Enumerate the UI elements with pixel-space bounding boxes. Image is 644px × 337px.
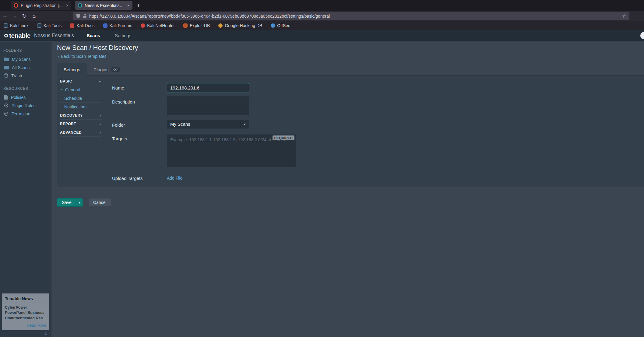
back-button[interactable]: ←	[0, 12, 10, 20]
forward-button[interactable]: →	[10, 12, 19, 20]
sidebar-item-my-scans[interactable]: My Scans	[0, 55, 51, 63]
bookmark-kali-tools[interactable]: Kali Tools	[37, 23, 62, 28]
close-tab-icon[interactable]: ×	[127, 3, 130, 8]
nav-scans[interactable]: Scans	[87, 33, 100, 38]
bookmark-kali-forums[interactable]: Kali Forums	[103, 23, 132, 28]
plugins-preview-pill	[111, 67, 120, 72]
tab-title: Nessus Essentials / Scans	[85, 3, 125, 8]
kali-docs-favicon	[70, 23, 74, 28]
tenable-logo-icon	[4, 34, 8, 37]
nav-settings[interactable]: Settings	[115, 33, 131, 38]
folder-label: Folder	[112, 122, 125, 128]
sidebar-item-terrascan[interactable]: Terrascan	[0, 110, 51, 118]
folders-section-title: FOLDERS	[3, 48, 51, 53]
tenable-favicon	[14, 3, 18, 8]
product-name: Nessus Essentials	[34, 33, 74, 38]
subnav-section-discovery[interactable]: DISCOVERY ›	[60, 111, 102, 120]
user-avatar[interactable]	[640, 32, 644, 39]
sidebar-item-trash[interactable]: Trash	[0, 72, 51, 80]
bookmark-kali-nethunter[interactable]: Kali NetHunter	[141, 23, 175, 28]
offsec-favicon	[271, 23, 275, 28]
browser-tab-plugin-registration[interactable]: Plugin Registration | Tenable ×	[11, 1, 71, 10]
kali-forums-favicon	[103, 23, 107, 28]
sidebar-item-plugin-rules[interactable]: Plugin Rules	[0, 101, 51, 110]
screen: Plugin Registration | Tenable × Nessus E…	[0, 0, 644, 337]
tenable-logo[interactable]: tenable Nessus Essentials	[4, 32, 74, 39]
bookmarks-bar: Kali Linux Kali Tools Kali Docs Kali For…	[0, 21, 644, 30]
gear-icon	[4, 103, 9, 108]
tab-title: Plugin Registration | Tenable	[21, 3, 63, 8]
active-bullet-icon: •	[61, 87, 63, 92]
tab-settings[interactable]: Settings	[57, 63, 87, 75]
folder-icon	[4, 65, 9, 70]
exploit-db-favicon	[183, 23, 188, 28]
document-icon	[4, 95, 8, 100]
bookmark-offsec[interactable]: OffSec	[271, 23, 290, 28]
subnav-item-schedule[interactable]: Schedule	[60, 94, 102, 103]
chevron-down-icon: ▾	[99, 79, 101, 84]
new-tab-button[interactable]: +	[137, 2, 140, 9]
add-file-link[interactable]: Add File	[167, 176, 182, 181]
save-split-button: Save ▾	[57, 198, 83, 207]
reload-button[interactable]: ↻	[19, 12, 29, 20]
bookmark-exploit-db[interactable]: Exploit-DB	[183, 23, 210, 28]
tenable-news-widget: Tenable News CyberPower PowerPanel Busin…	[2, 293, 49, 331]
sidebar-item-all-scans[interactable]: All Scans	[0, 63, 51, 72]
settings-subnav: BASIC ▾ • General Schedule Notifications…	[60, 77, 102, 137]
folder-select[interactable]: My Scans ▾	[167, 120, 249, 128]
save-button[interactable]: Save	[57, 198, 76, 207]
home-button[interactable]: ⌂	[29, 12, 39, 20]
cancel-button[interactable]: Cancel	[89, 198, 111, 207]
sidebar-collapse-button[interactable]: «	[44, 331, 47, 336]
resources-section-title: RESOURCES	[3, 86, 51, 91]
sidebar-item-policies[interactable]: Policies	[0, 93, 51, 101]
upload-targets-label: Upload Targets	[112, 176, 143, 181]
tracking-protection-icon[interactable]	[76, 14, 80, 18]
chevron-right-icon: ›	[100, 130, 101, 135]
eye-icon	[113, 68, 118, 71]
globe-icon	[4, 111, 9, 116]
required-badge: REQUIRED	[273, 135, 294, 140]
news-title: Tenable News	[2, 293, 49, 303]
main-content: New Scan / Host Discovery ‹ Back to Scan…	[51, 42, 644, 337]
targets-label: Targets	[112, 136, 127, 141]
browser-toolbar: ← → ↻ ⌂ https://127.0.0.1:8834/#/scans/r…	[0, 11, 644, 21]
nessus-favicon	[78, 3, 82, 8]
kali-tools-favicon	[37, 23, 41, 28]
subnav-section-report[interactable]: REPORT ›	[60, 120, 102, 128]
kali-linux-favicon	[4, 23, 8, 28]
kali-nethunter-favicon	[141, 23, 145, 28]
bookmark-kali-linux[interactable]: Kali Linux	[4, 23, 29, 28]
bookmark-kali-docs[interactable]: Kali Docs	[70, 23, 94, 28]
news-headline[interactable]: CyberPower PowerPanel Business Unauthent…	[2, 303, 49, 322]
close-tab-icon[interactable]: ×	[66, 3, 69, 8]
browser-tab-bar: Plugin Registration | Tenable × Nessus E…	[0, 0, 644, 11]
page-title: New Scan / Host Discovery	[57, 44, 138, 52]
subnav-section-advanced[interactable]: ADVANCED ›	[60, 128, 102, 137]
folder-icon	[4, 57, 9, 61]
url-bar[interactable]: https://127.0.0.1:8834/#/scans/reports/n…	[73, 12, 629, 20]
lock-icon[interactable]	[83, 14, 86, 18]
nessus-header: tenable Nessus Essentials Scans Settings	[0, 30, 644, 41]
subnav-item-general[interactable]: • General	[60, 86, 102, 94]
save-dropdown-button[interactable]: ▾	[76, 198, 83, 207]
bookmark-google-hacking-db[interactable]: Google Hacking DB	[218, 23, 262, 28]
name-input[interactable]	[167, 83, 249, 92]
back-chevron-icon: ‹	[58, 54, 59, 59]
google-hacking-db-favicon	[218, 23, 223, 28]
name-label: Name	[112, 85, 124, 90]
description-label: Description	[112, 99, 135, 104]
sidebar: FOLDERS My Scans All Scans Trash RESOURC…	[0, 42, 51, 337]
settings-panel: BASIC ▾ • General Schedule Notifications…	[57, 75, 644, 187]
back-to-scan-templates-link[interactable]: ‹ Back to Scan Templates	[58, 54, 107, 59]
tab-plugins[interactable]: Plugins	[87, 63, 127, 75]
url-text[interactable]: https://127.0.0.1:8834/#/scans/reports/n…	[89, 14, 619, 19]
chevron-down-icon: ▾	[240, 120, 249, 128]
subnav-section-basic[interactable]: BASIC ▾	[60, 77, 102, 86]
description-input[interactable]	[167, 96, 249, 115]
browser-tab-nessus[interactable]: Nessus Essentials / Scans ×	[75, 1, 132, 10]
bookmark-star-icon[interactable]: ☆	[622, 13, 626, 19]
subnav-item-notifications[interactable]: Notifications	[60, 103, 102, 111]
read-more-link[interactable]: Read More	[2, 321, 49, 330]
chevron-right-icon: ›	[100, 113, 101, 118]
